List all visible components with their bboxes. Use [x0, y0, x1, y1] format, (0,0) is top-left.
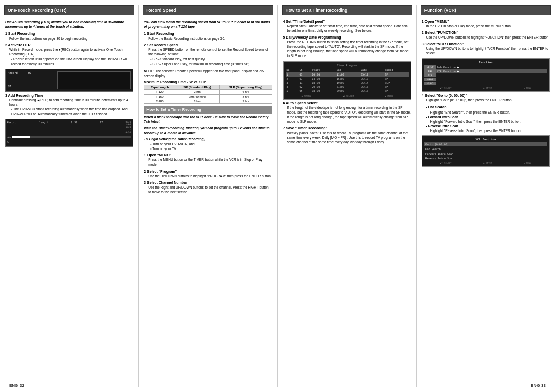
table-row: 4 02 20:00 21:00 05/15 SP [286, 85, 409, 89]
timer-step-1-text: Press the MENU button or the TIMER butto… [148, 157, 272, 166]
vcr-screen1-nav: ▲▼ SELECT▶ ENTER◀ MENU [424, 87, 547, 89]
col4-header: Function (VCR) [421, 5, 551, 15]
vcr-menu-row2: End Search [424, 147, 547, 151]
vcr-step-1-title: 1 Open "MENU" [422, 20, 550, 23]
col2-content: You can slow down the recording speed fr… [143, 17, 273, 387]
col2-header: Record Speed [143, 5, 273, 15]
vcr-menu-row: SETUP DVD Function ▶ [424, 65, 547, 69]
timer-step-4-title: 4 Set "Time/Date/Speed" [283, 20, 411, 23]
divider-3 [416, 5, 417, 387]
timer-screen: Timer Program No Ch Start End Date Speed [283, 61, 411, 100]
vcr-menu-row2: Go to [0:00:00] [424, 142, 547, 146]
step-1-title: 1 Start Recording [5, 32, 133, 35]
timer-screen-nav: ◀ RETURN▲▼ SELECT▶ MENU [286, 95, 409, 97]
col2-sub-header: How to Set a Timer Recording [144, 106, 272, 114]
col1-header: One-Touch Recording (OTR) [4, 5, 134, 15]
col3-content: 4 Set "Time/Date/Speed" Repeat Step 3 ab… [282, 17, 412, 387]
vcr-step-1: 1 Open "MENU" In the DVD in Stop or Play… [422, 20, 550, 28]
table-row: 2 07 14:00 15:00 05/13 SP [286, 77, 409, 81]
timer-step-2-title: 2 Select "Program" [144, 170, 272, 173]
step-3-otr: 3 Add Recording Time Continue pressing ●… [5, 94, 133, 116]
vcr-menu-row2: Reverse Intro Scan [424, 156, 547, 160]
footer: ENG-32 ENG-33 [0, 383, 555, 388]
timer-step-5-text: Press the RETURN button to finish settin… [287, 40, 411, 58]
rec-table-col2: SP (Standard Play) [175, 85, 219, 89]
timer-step-4-text: Repeat Step 3 above to set start time, e… [287, 24, 411, 33]
vcr-step-2: 2 Select "FUNCTION" Use the UP/DOWN butt… [422, 31, 550, 40]
footer-left: ENG-32 [9, 383, 24, 388]
divider-2 [278, 5, 278, 387]
step-1-text: Follow the instructions on page 30 to be… [9, 36, 133, 41]
timer-step-7-title: 7 Save "Timer Recording" [283, 126, 411, 130]
vcr-step-1-text: In the DVD in Stop or Play mode, press t… [426, 24, 550, 28]
col1-intro: One-Touch Recording (OTR) allows you to … [5, 20, 133, 29]
rec-step-2-title: 2 Set Record Speed [144, 43, 272, 47]
timer-step-5: 5 Daily/Weekly Date Programming Press th… [283, 35, 411, 58]
timer-table: No Ch Start End Date Speed 1 03 10:00 [286, 68, 409, 93]
timer-step-3-text: Use the Right and UP/DOWN buttons to set… [148, 185, 272, 194]
otr-progress-bar [12, 136, 131, 138]
col2-begin-bullet1: Turn on your DVD-VCR, and [150, 142, 272, 146]
col2-begin-label: To Begin Setting the Timer Recording, [144, 137, 272, 141]
rec-note: NOTE: The selected Record Speed will app… [144, 69, 272, 78]
vcr-menu-row: PROG [424, 78, 547, 81]
col4-content: 1 Open "MENU" In the DVD in Stop or Play… [421, 17, 551, 387]
vcr-dash-3-text: Highlight "Reverse Intro Scan", then pre… [430, 128, 550, 133]
timer-step-3-title: 3 Select Channel Number [144, 181, 272, 184]
vcr-step-2-title: 2 Select "FUNCTION" [422, 31, 550, 34]
timer-screen-title: Timer Program [286, 64, 409, 67]
vcr-step-2-text: Use the UP/DOWN buttons to highlight "FU… [426, 35, 550, 40]
timer-step-2: 2 Select "Program" Use the UP/DOWN butto… [144, 170, 272, 178]
vcr-screen2: VCR Function Go to [0:00:00] End Search … [422, 135, 550, 167]
table-row: T-120 2 hrs 6 hrs [144, 89, 272, 94]
vcr-screen2-nav: ▲▼ SELECT▶ ENTER◀ MENU [424, 162, 547, 164]
footer-right: ENG-33 [531, 383, 546, 388]
otr-screen2: Record length 0:30 07 0:301:001:30:4:30 … [5, 119, 133, 147]
rec-step-1-title: 1 Start Recording [144, 32, 272, 35]
col2-sub-intro: Insert a blank videotape into the VCR de… [144, 115, 272, 124]
vcr-menu1-title: Function [424, 61, 547, 64]
rec-table-col1: Tape Length [144, 85, 175, 89]
rec-step-2-bullet2: SLP – Super Long Play, for maximum recor… [150, 62, 272, 66]
vcr-dash-1-text: Highlight "End Search", then press the E… [430, 110, 550, 115]
col4-function-vcr: Function (VCR) 1 Open "MENU" In the DVD … [421, 5, 551, 387]
rec-step-2-text: Press the SPEED button on the remote con… [148, 47, 272, 57]
step-1-otr: 1 Start Recording Follow the instruction… [5, 32, 133, 41]
step-2-bullet: Record length 0:30 appears on the On-Scr… [11, 57, 133, 66]
col2-begin-bullet2: Turn on your TV. [150, 146, 272, 151]
step-3-title: 3 Add Recording Time [5, 94, 133, 97]
vcr-menu-row: VCR [424, 73, 547, 77]
step-2-otr: 2 Activate OTR While in Record mode, pre… [5, 43, 133, 66]
vcr-step-4: 4 Select "Go to [0: 00: 00]" Highlight "… [422, 94, 550, 102]
timer-step-6-title: 6 Auto Speed Select [283, 101, 411, 105]
vcr-menu-row: FUNC [424, 82, 547, 85]
col3-timer: How to Set a Timer Recording 4 Set "Time… [282, 5, 412, 387]
table-row: 3 11 18:00 19:00 05/14 SLP [286, 81, 409, 85]
vcr-step-3-title: 3 Select "VCR Function" [422, 42, 550, 46]
timer-step-7: 7 Save "Timer Recording" Weekly [Sun's~S… [283, 126, 411, 144]
divider-1 [138, 5, 139, 387]
otr-progress-fill [12, 136, 30, 138]
vcr-step-3-text: Using the UP/DOWN buttons to highlight "… [426, 46, 550, 55]
vcr-menu-row: END VCR Function ▶ [424, 69, 547, 73]
col1-content: One-Touch Recording (OTR) allows you to … [4, 17, 134, 387]
rec-table-title: Maximum Recording Time - SP vs. SLP [144, 80, 272, 84]
step-3-bullet: The DVD-VCR stops recording automaticall… [11, 107, 133, 116]
vcr-step-4-title: 4 Select "Go to [0: 00: 00]" [422, 94, 550, 97]
vcr-step-3: 3 Select "VCR Function" Using the UP/DOW… [422, 42, 550, 55]
vcr-menu2-title: VCR Function [424, 138, 547, 141]
timer-step-3: 3 Select Channel Number Use the Right an… [144, 181, 272, 194]
timer-step-5-title: 5 Daily/Weekly Date Programming [283, 35, 411, 39]
otr-screen1: Record 07 SP [5, 69, 133, 92]
vcr-step-4-text: Highlight "Go to [0: 00: 00]", then pres… [426, 98, 550, 102]
rec-table-section: Maximum Recording Time - SP vs. SLP Tape… [144, 80, 272, 104]
rec-table: Tape Length SP (Standard Play) SLP (Supe… [144, 85, 272, 104]
col2-sub-intro2: With the Timer Recording function, you c… [144, 126, 272, 135]
vcr-screen1: Function SETUP DVD Function ▶ END VCR Fu… [422, 58, 550, 92]
table-row: 1 03 10:00 11:00 05/12 SP [286, 72, 409, 77]
timer-step-6-text: If the length of the videotape is not lo… [287, 105, 411, 124]
timer-step-4: 4 Set "Time/Date/Speed" Repeat Step 3 ab… [283, 20, 411, 33]
col2-intro: You can slow down the recording speed fr… [144, 20, 272, 29]
step-2-text: While in Record mode, press the ●(REC) b… [9, 47, 133, 57]
timer-step-6: 6 Auto Speed Select If the length of the… [283, 101, 411, 124]
